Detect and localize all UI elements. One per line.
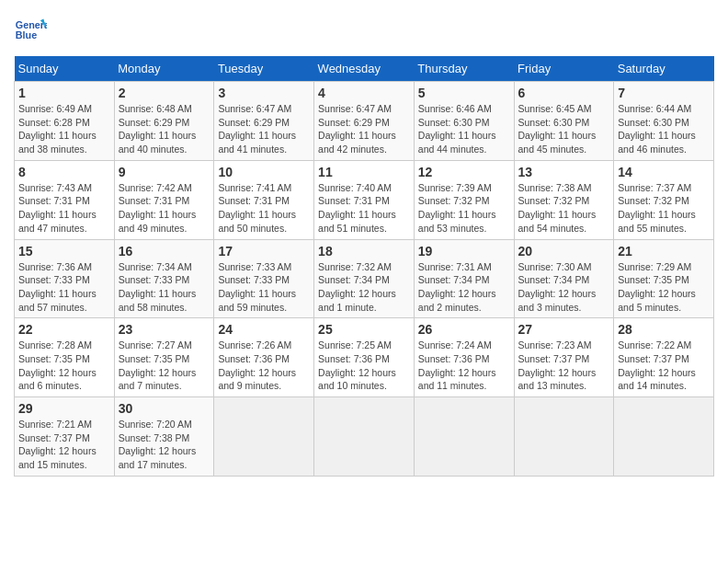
weekday-header-saturday: Saturday — [614, 56, 714, 82]
day-number: 18 — [318, 244, 410, 259]
day-detail: Sunrise: 6:45 AMSunset: 6:30 PMDaylight:… — [518, 102, 610, 156]
day-number: 17 — [218, 244, 310, 259]
day-detail: Sunrise: 7:40 AMSunset: 7:31 PMDaylight:… — [318, 181, 410, 236]
day-detail: Sunrise: 7:32 AMSunset: 7:34 PMDaylight:… — [318, 260, 410, 315]
day-detail: Sunrise: 7:39 AMSunset: 7:32 PMDaylight:… — [418, 181, 510, 236]
day-number: 2 — [119, 86, 210, 100]
day-detail: Sunrise: 7:37 AMSunset: 7:32 PMDaylight:… — [618, 181, 710, 236]
day-number: 22 — [18, 322, 110, 337]
page-header: General Blue — [14, 14, 714, 47]
calendar-week-5: 29Sunrise: 7:21 AMSunset: 7:37 PMDayligh… — [15, 397, 714, 477]
day-detail: Sunrise: 7:26 AMSunset: 7:36 PMDaylight:… — [218, 339, 310, 393]
day-number: 19 — [418, 244, 510, 259]
calendar-cell: 21Sunrise: 7:29 AMSunset: 7:35 PMDayligh… — [614, 239, 714, 318]
calendar-cell: 1Sunrise: 6:49 AMSunset: 6:28 PMDaylight… — [15, 82, 115, 161]
day-detail: Sunrise: 7:27 AMSunset: 7:35 PMDaylight:… — [119, 339, 210, 393]
calendar-cell: 16Sunrise: 7:34 AMSunset: 7:33 PMDayligh… — [114, 239, 214, 318]
day-detail: Sunrise: 7:29 AMSunset: 7:35 PMDaylight:… — [618, 260, 710, 315]
day-number: 28 — [618, 322, 710, 337]
day-number: 3 — [218, 86, 310, 100]
day-number: 20 — [518, 244, 610, 259]
calendar-cell: 19Sunrise: 7:31 AMSunset: 7:34 PMDayligh… — [414, 239, 514, 318]
weekday-header-wednesday: Wednesday — [314, 56, 415, 82]
calendar-cell: 29Sunrise: 7:21 AMSunset: 7:37 PMDayligh… — [15, 397, 115, 477]
calendar-cell: 22Sunrise: 7:28 AMSunset: 7:35 PMDayligh… — [15, 318, 115, 397]
day-detail: Sunrise: 7:22 AMSunset: 7:37 PMDaylight:… — [618, 339, 710, 393]
calendar-cell: 13Sunrise: 7:38 AMSunset: 7:32 PMDayligh… — [514, 160, 614, 239]
day-number: 9 — [119, 165, 210, 179]
day-detail: Sunrise: 6:44 AMSunset: 6:30 PMDaylight:… — [618, 102, 710, 156]
calendar-cell: 26Sunrise: 7:24 AMSunset: 7:36 PMDayligh… — [414, 318, 514, 397]
day-detail: Sunrise: 7:21 AMSunset: 7:37 PMDaylight:… — [18, 418, 110, 472]
day-number: 8 — [18, 165, 110, 179]
calendar-cell: 30Sunrise: 7:20 AMSunset: 7:38 PMDayligh… — [114, 397, 214, 477]
calendar-cell: 17Sunrise: 7:33 AMSunset: 7:33 PMDayligh… — [214, 239, 314, 318]
day-detail: Sunrise: 7:31 AMSunset: 7:34 PMDaylight:… — [418, 260, 510, 315]
day-number: 26 — [418, 322, 510, 337]
calendar-week-3: 15Sunrise: 7:36 AMSunset: 7:33 PMDayligh… — [15, 239, 714, 318]
day-detail: Sunrise: 7:33 AMSunset: 7:33 PMDaylight:… — [218, 260, 310, 315]
calendar-cell: 3Sunrise: 6:47 AMSunset: 6:29 PMDaylight… — [214, 82, 314, 161]
calendar-cell: 20Sunrise: 7:30 AMSunset: 7:34 PMDayligh… — [514, 239, 614, 318]
calendar-week-4: 22Sunrise: 7:28 AMSunset: 7:35 PMDayligh… — [15, 318, 714, 397]
day-number: 6 — [518, 86, 610, 100]
day-number: 12 — [418, 165, 510, 179]
calendar-cell: 2Sunrise: 6:48 AMSunset: 6:29 PMDaylight… — [114, 82, 214, 161]
calendar-cell: 4Sunrise: 6:47 AMSunset: 6:29 PMDaylight… — [314, 82, 415, 161]
calendar-cell: 18Sunrise: 7:32 AMSunset: 7:34 PMDayligh… — [314, 239, 415, 318]
calendar-header: SundayMondayTuesdayWednesdayThursdayFrid… — [15, 56, 714, 82]
day-detail: Sunrise: 6:48 AMSunset: 6:29 PMDaylight:… — [119, 102, 210, 156]
calendar-cell: 28Sunrise: 7:22 AMSunset: 7:37 PMDayligh… — [614, 318, 714, 397]
day-number: 11 — [318, 165, 410, 179]
calendar-cell: 23Sunrise: 7:27 AMSunset: 7:35 PMDayligh… — [114, 318, 214, 397]
day-detail: Sunrise: 7:25 AMSunset: 7:36 PMDaylight:… — [318, 339, 410, 393]
day-number: 7 — [618, 86, 710, 100]
calendar-cell — [614, 397, 714, 477]
calendar-cell: 8Sunrise: 7:43 AMSunset: 7:31 PMDaylight… — [15, 160, 115, 239]
calendar-cell — [214, 397, 314, 477]
calendar-cell: 15Sunrise: 7:36 AMSunset: 7:33 PMDayligh… — [15, 239, 115, 318]
weekday-header-thursday: Thursday — [414, 56, 514, 82]
calendar-table: SundayMondayTuesdayWednesdayThursdayFrid… — [14, 56, 714, 477]
day-detail: Sunrise: 7:38 AMSunset: 7:32 PMDaylight:… — [518, 181, 610, 236]
logo: General Blue — [14, 14, 47, 47]
day-detail: Sunrise: 7:20 AMSunset: 7:38 PMDaylight:… — [119, 418, 210, 472]
day-number: 21 — [618, 244, 710, 259]
calendar-cell: 9Sunrise: 7:42 AMSunset: 7:31 PMDaylight… — [114, 160, 214, 239]
calendar-cell: 24Sunrise: 7:26 AMSunset: 7:36 PMDayligh… — [214, 318, 314, 397]
calendar-cell: 10Sunrise: 7:41 AMSunset: 7:31 PMDayligh… — [214, 160, 314, 239]
weekday-header-sunday: Sunday — [15, 56, 115, 82]
weekday-header-friday: Friday — [514, 56, 614, 82]
day-detail: Sunrise: 6:46 AMSunset: 6:30 PMDaylight:… — [418, 102, 510, 156]
weekday-header-monday: Monday — [114, 56, 214, 82]
day-number: 10 — [218, 165, 310, 179]
calendar-cell — [514, 397, 614, 477]
calendar-cell — [314, 397, 415, 477]
day-detail: Sunrise: 6:47 AMSunset: 6:29 PMDaylight:… — [218, 102, 310, 156]
day-detail: Sunrise: 7:36 AMSunset: 7:33 PMDaylight:… — [18, 260, 110, 315]
day-detail: Sunrise: 6:47 AMSunset: 6:29 PMDaylight:… — [318, 102, 410, 156]
calendar-cell: 14Sunrise: 7:37 AMSunset: 7:32 PMDayligh… — [614, 160, 714, 239]
calendar-week-1: 1Sunrise: 6:49 AMSunset: 6:28 PMDaylight… — [15, 82, 714, 161]
calendar-cell: 25Sunrise: 7:25 AMSunset: 7:36 PMDayligh… — [314, 318, 415, 397]
calendar-cell: 27Sunrise: 7:23 AMSunset: 7:37 PMDayligh… — [514, 318, 614, 397]
svg-text:Blue: Blue — [16, 29, 37, 40]
day-number: 15 — [18, 244, 110, 259]
day-detail: Sunrise: 6:49 AMSunset: 6:28 PMDaylight:… — [18, 102, 110, 156]
day-number: 23 — [119, 322, 210, 337]
day-number: 1 — [18, 86, 110, 100]
day-number: 27 — [518, 322, 610, 337]
day-number: 5 — [418, 86, 510, 100]
day-number: 16 — [119, 244, 210, 259]
day-detail: Sunrise: 7:23 AMSunset: 7:37 PMDaylight:… — [518, 339, 610, 393]
day-detail: Sunrise: 7:34 AMSunset: 7:33 PMDaylight:… — [119, 260, 210, 315]
day-number: 29 — [18, 401, 110, 416]
day-detail: Sunrise: 7:24 AMSunset: 7:36 PMDaylight:… — [418, 339, 510, 393]
weekday-header-tuesday: Tuesday — [214, 56, 314, 82]
calendar-cell: 5Sunrise: 6:46 AMSunset: 6:30 PMDaylight… — [414, 82, 514, 161]
day-number: 24 — [218, 322, 310, 337]
day-number: 13 — [518, 165, 610, 179]
day-number: 25 — [318, 322, 410, 337]
calendar-cell: 11Sunrise: 7:40 AMSunset: 7:31 PMDayligh… — [314, 160, 415, 239]
day-detail: Sunrise: 7:43 AMSunset: 7:31 PMDaylight:… — [18, 181, 110, 236]
